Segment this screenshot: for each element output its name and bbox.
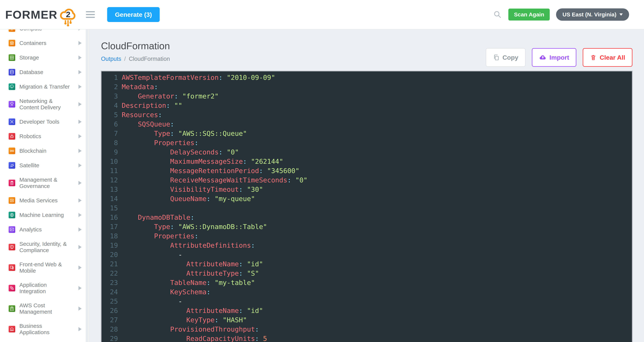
sidebar-item-developer-tools[interactable]: Developer Tools [0, 115, 89, 129]
code-line: 16DynamoDBTable: [102, 213, 632, 222]
chevron-right-icon [78, 41, 82, 45]
line-number: 16 [102, 213, 118, 222]
code-line: 19AttributeDefinitions: [102, 241, 632, 250]
chevron-right-icon [78, 181, 82, 185]
line-number: 21 [102, 259, 118, 269]
code-line: 29ReadCapacityUnits: 5 [102, 334, 632, 342]
code-line: 13VisibilityTimeout: "30" [102, 185, 632, 194]
media-services-icon [8, 197, 15, 204]
region-selector[interactable]: US East (N. Virginia) [556, 9, 629, 21]
business-applications-icon [8, 326, 15, 332]
analytics-icon [8, 226, 15, 233]
former2-logo-text: FORMER [5, 8, 58, 21]
line-number: 4 [102, 101, 118, 110]
sidebar-item-label: Database [20, 69, 76, 75]
line-number: 22 [102, 269, 118, 278]
code-line: 8Properties: [102, 138, 632, 148]
chevron-right-icon [78, 134, 82, 138]
line-number: 19 [102, 241, 118, 250]
line-number: 14 [102, 194, 118, 203]
former2-cloud-icon: 2 [58, 6, 78, 28]
line-number: 26 [102, 306, 118, 315]
line-number: 27 [102, 315, 118, 325]
line-number: 18 [102, 231, 118, 241]
sidebar-item-business-applications[interactable]: Business Applications [0, 319, 89, 339]
sidebar-item-blockchain[interactable]: Blockchain [0, 144, 89, 158]
line-number: 20 [102, 250, 118, 259]
line-number: 25 [102, 297, 118, 306]
sidebar-item-label: Developer Tools [20, 119, 76, 125]
code-line: 10MaximumMessageSize: "262144" [102, 157, 632, 166]
chevron-right-icon [78, 85, 82, 89]
chevron-right-icon [78, 227, 82, 232]
menu-toggle-icon[interactable] [86, 11, 95, 18]
code-line: 12ReceiveMessageWaitTimeSeconds: "0" [102, 175, 632, 185]
line-number: 13 [102, 185, 118, 194]
sidebar-item-security-identity-compliance[interactable]: Security, Identity, & Compliance [0, 237, 89, 257]
cloud-upload-icon [539, 54, 546, 61]
sidebar-item-compute[interactable]: Compute [0, 30, 89, 36]
sidebar-item-label: Storage [20, 55, 76, 61]
code-line: 7Type: "AWS::SQS::Queue" [102, 129, 632, 138]
management-governance-icon [8, 180, 15, 186]
import-button[interactable]: Import [532, 48, 576, 67]
line-number: 29 [102, 334, 118, 342]
output-toolbar: Copy Import Clear All [486, 48, 632, 67]
satellite-icon [8, 162, 15, 169]
sidebar-item-machine-learning[interactable]: Machine Learning [0, 208, 89, 222]
chevron-right-icon [78, 306, 82, 311]
import-button-label: Import [550, 54, 569, 61]
scan-again-button[interactable]: Scan Again [508, 9, 550, 21]
sidebar-item-application-integration[interactable]: Application Integration [0, 278, 89, 298]
former2-logo[interactable]: FORMER 2 [5, 2, 78, 28]
former2-logo-number: 2 [66, 10, 70, 19]
compute-icon [8, 30, 15, 32]
chevron-right-icon [78, 70, 82, 74]
sidebar-item-label: Networking & Content Delivery [20, 98, 76, 111]
sidebar-item-containers[interactable]: Containers [0, 36, 89, 50]
chevron-right-icon [78, 120, 82, 124]
aws-cost-management-icon [8, 305, 15, 312]
trash-icon [590, 54, 597, 61]
chevron-right-icon [78, 163, 82, 167]
code-editor[interactable]: 1AWSTemplateFormatVersion: "2010-09-09"2… [101, 71, 632, 342]
sidebar-item-migration-transfer[interactable]: Migration & Transfer [0, 80, 89, 94]
code-line: 1AWSTemplateFormatVersion: "2010-09-09" [102, 73, 632, 82]
chevron-right-icon [78, 198, 82, 202]
code-line: 25- [102, 297, 632, 306]
sidebar-item-analytics[interactable]: Analytics [0, 222, 89, 237]
networking-content-delivery-icon [8, 101, 15, 108]
generate-button[interactable]: Generate (3) [107, 7, 160, 22]
clear-all-button[interactable]: Clear All [583, 48, 632, 67]
application-integration-icon [8, 285, 15, 291]
sidebar-item-database[interactable]: Database [0, 65, 89, 80]
line-number: 10 [102, 157, 118, 166]
sidebar-item-storage[interactable]: Storage [0, 50, 89, 65]
copy-button-label: Copy [502, 54, 518, 61]
app-header: FORMER 2 Generate (3) Scan Again US East… [0, 0, 644, 30]
code-line: 21AttributeName: "id" [102, 259, 632, 269]
code-line: 14QueueName: "my-queue" [102, 194, 632, 203]
chevron-right-icon [78, 30, 82, 31]
code-line: 26AttributeName: "id" [102, 306, 632, 315]
sidebar-item-label: Media Services [20, 197, 76, 204]
copy-button[interactable]: Copy [486, 48, 526, 67]
sidebar-item-management-governance[interactable]: Management & Governance [0, 173, 89, 193]
region-label: US East (N. Virginia) [562, 11, 616, 18]
code-line: 24KeySchema: [102, 287, 632, 297]
sidebar-item-front-end-web-mobile[interactable]: Front-end Web & Mobile [0, 257, 89, 278]
sidebar: Compute Containers Storage Database Migr… [0, 30, 90, 342]
sidebar-item-satellite[interactable]: Satellite [0, 158, 89, 173]
sidebar-item-label: Analytics [20, 226, 76, 233]
sidebar-item-media-services[interactable]: Media Services [0, 193, 89, 208]
sidebar-item-aws-cost-management[interactable]: AWS Cost Management [0, 298, 89, 319]
line-number: 3 [102, 92, 118, 101]
breadcrumb-link-outputs[interactable]: Outputs [101, 56, 121, 62]
sidebar-item-networking-content-delivery[interactable]: Networking & Content Delivery [0, 94, 89, 115]
sidebar-item-robotics[interactable]: Robotics [0, 129, 89, 144]
search-icon[interactable] [493, 10, 502, 19]
sidebar-item-end-user-computing[interactable]: End User Computing [0, 339, 89, 342]
sidebar-scrollbar[interactable] [86, 30, 89, 342]
sidebar-item-label: Migration & Transfer [20, 84, 76, 90]
line-number: 23 [102, 278, 118, 287]
